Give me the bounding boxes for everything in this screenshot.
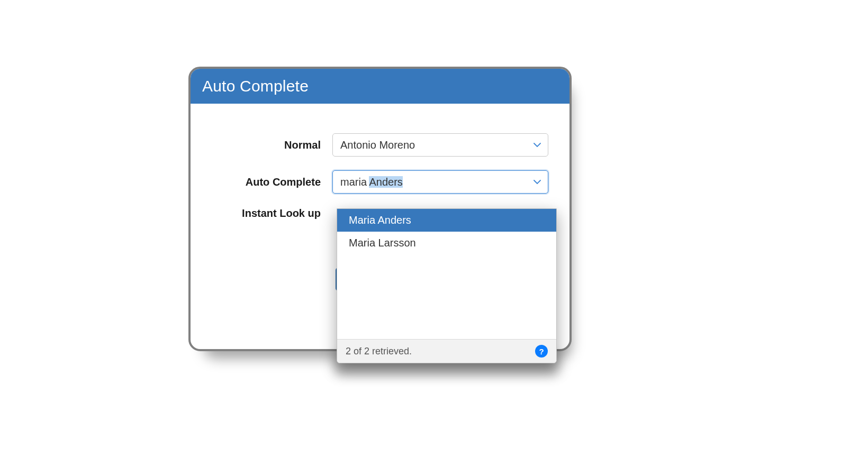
dialog-header: Auto Complete bbox=[191, 69, 569, 104]
label-normal: Normal bbox=[203, 139, 332, 151]
help-glyph: ? bbox=[539, 347, 544, 356]
dropdown-list: Maria Anders Maria Larsson bbox=[337, 209, 556, 339]
dropdown-option[interactable]: Maria Anders bbox=[337, 209, 556, 232]
chevron-down-icon[interactable] bbox=[532, 177, 542, 187]
chevron-down-icon[interactable] bbox=[532, 140, 542, 150]
dropdown-option[interactable]: Maria Larsson bbox=[337, 232, 556, 254]
dropdown-footer: 2 of 2 retrieved. ? bbox=[337, 339, 556, 363]
row-autocomplete: Auto Complete maria Anders bbox=[203, 170, 557, 194]
normal-select-value: Antonio Moreno bbox=[340, 139, 415, 151]
row-normal: Normal Antonio Moreno bbox=[203, 133, 557, 157]
form-area: Normal Antonio Moreno Auto Complete mari… bbox=[191, 104, 569, 219]
normal-select[interactable]: Antonio Moreno bbox=[332, 133, 548, 157]
help-icon[interactable]: ? bbox=[535, 345, 548, 358]
label-autocomplete: Auto Complete bbox=[203, 176, 332, 188]
autocomplete-dropdown: Maria Anders Maria Larsson 2 of 2 retrie… bbox=[337, 208, 557, 363]
autocomplete-typed-text: maria bbox=[340, 176, 369, 188]
dropdown-status-text: 2 of 2 retrieved. bbox=[346, 346, 412, 357]
label-instant-lookup: Instant Look up bbox=[203, 207, 332, 219]
dialog-title: Auto Complete bbox=[202, 77, 309, 95]
autocomplete-suggested-suffix: Anders bbox=[369, 176, 402, 188]
autocomplete-input[interactable]: maria Anders bbox=[332, 170, 548, 194]
